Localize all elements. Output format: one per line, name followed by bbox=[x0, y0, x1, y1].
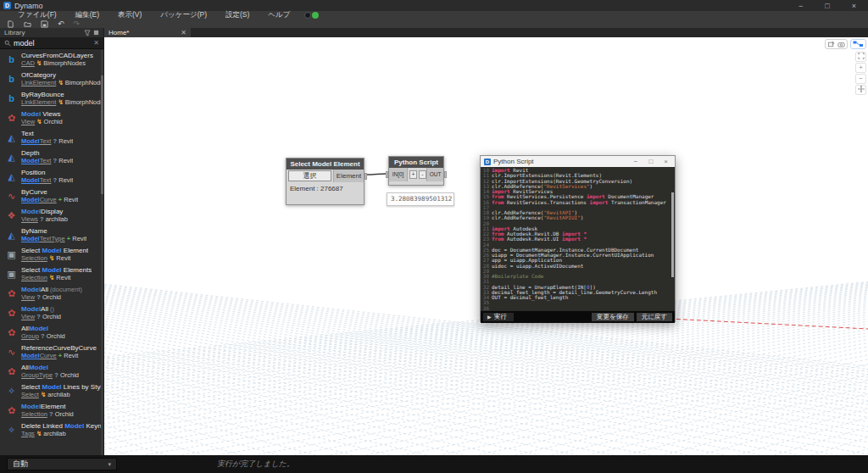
in0-input-port[interactable]: IN[0] bbox=[389, 168, 408, 181]
library-item[interactable]: bOfCategoryLinkElement ↯ BimorphNodes bbox=[0, 69, 103, 88]
library-item[interactable]: ✧Select Model Lines by StyleSelect ↯ arc… bbox=[0, 381, 103, 400]
editor-maximize-button[interactable]: □ bbox=[648, 158, 653, 165]
library-item[interactable]: ∿ReferenceCurveByCurveModelCurve + Revit bbox=[0, 342, 103, 361]
signin-status-icon[interactable] bbox=[312, 12, 319, 19]
element-port-nub[interactable] bbox=[364, 173, 367, 180]
camera-icon[interactable] bbox=[837, 40, 848, 48]
curve-icon: ∿ bbox=[5, 190, 18, 202]
bimorph-logo-icon: b bbox=[5, 53, 18, 65]
library-item[interactable]: ▣Select Model ElementSelection ↯ Revit bbox=[0, 244, 103, 264]
lightning-icon: ↯ bbox=[36, 118, 42, 125]
editor-scrollbar[interactable] bbox=[671, 192, 674, 277]
export-geometry-icon[interactable] bbox=[826, 40, 837, 48]
editor-titlebar[interactable]: D Python Script − □ × bbox=[481, 156, 675, 167]
output-preview-bubble[interactable]: 3.28083989501312 bbox=[387, 192, 454, 206]
library-title: Library bbox=[4, 29, 25, 36]
layout-icon[interactable] bbox=[93, 30, 99, 36]
tab-home[interactable]: Home* ✕ bbox=[104, 28, 191, 37]
library-scrollbar[interactable] bbox=[101, 50, 103, 455]
fit-view-button[interactable] bbox=[855, 52, 866, 62]
out-output-port[interactable]: OUT bbox=[426, 168, 443, 181]
revert-button[interactable]: 元に戻す bbox=[637, 313, 672, 321]
library-item[interactable]: ✿Model ViewsView ↯ Orchid bbox=[0, 108, 103, 127]
library-item[interactable]: ◭ByNameModelTextType + Revit bbox=[0, 225, 103, 244]
question-icon: ? bbox=[40, 215, 44, 223]
library-item-subtitle: Select ↯ archilab bbox=[21, 391, 103, 398]
library-item[interactable]: ✿AllModelGroupType ? Orchid bbox=[0, 361, 103, 381]
maximize-button[interactable]: □ bbox=[825, 2, 829, 10]
library-item-subtitle: ModelText ? Revit bbox=[21, 137, 73, 145]
zoom-in-button[interactable]: + bbox=[855, 63, 866, 73]
statusbar: 自動 ▾ 実行が完了しました。 bbox=[0, 455, 868, 473]
library-item[interactable]: bCurvesFromCADLayersCAD ↯ BimorphNodes bbox=[0, 49, 103, 69]
run-button[interactable]: ▶ 実行 bbox=[483, 313, 514, 321]
editor-close-button[interactable]: × bbox=[664, 158, 668, 165]
library-item[interactable]: ∿ByCurveModelCurve + Revit bbox=[0, 186, 103, 205]
python-script-node[interactable]: Python Script IN[0] + - OUT bbox=[388, 156, 444, 186]
library-item[interactable]: ✿ModelElementSelection ? Orchid bbox=[0, 400, 103, 420]
editor-minimize-button[interactable]: − bbox=[634, 158, 638, 165]
run-mode-dropdown[interactable]: 自動 ▾ bbox=[7, 458, 117, 470]
notifications-icon[interactable] bbox=[304, 12, 311, 19]
graph-nodes-icon bbox=[853, 41, 864, 47]
open-file-icon[interactable] bbox=[24, 20, 31, 28]
element-output-port[interactable]: Element bbox=[333, 170, 364, 182]
library-item[interactable]: ✿AllModelGroup ? Orchid bbox=[0, 322, 103, 342]
zoom-out-button[interactable]: − bbox=[855, 74, 866, 84]
in-port-nub[interactable] bbox=[386, 171, 388, 178]
library-item-title: AllModel bbox=[21, 364, 79, 371]
library-item-title: Text bbox=[21, 130, 73, 137]
node-title[interactable]: Python Script bbox=[389, 157, 443, 168]
remove-input-button[interactable]: - bbox=[419, 170, 426, 179]
select-model-element-node[interactable]: Select Model Element 選択 Element Element … bbox=[286, 158, 364, 205]
library-item[interactable]: ✧Delete Linked Model Keynote TagsTags ↯ … bbox=[0, 420, 103, 439]
library-item-subtitle: Views ? archilab bbox=[21, 215, 68, 223]
library-item-title: AllModel bbox=[21, 325, 65, 332]
graph-view-toggle[interactable] bbox=[850, 39, 866, 49]
library-item[interactable]: ◭PositionModelText ? Revit bbox=[0, 166, 103, 186]
plus-icon: + bbox=[58, 196, 62, 203]
search-clear-icon[interactable]: ✕ bbox=[93, 39, 99, 47]
editor-title: Python Script bbox=[493, 158, 534, 165]
search-input[interactable]: model ✕ bbox=[0, 37, 103, 49]
filter-icon[interactable] bbox=[84, 30, 91, 36]
minimize-button[interactable]: − bbox=[798, 2, 803, 10]
question-icon: ? bbox=[53, 157, 58, 164]
library-item-title: Depth bbox=[21, 149, 73, 157]
add-input-button[interactable]: + bbox=[409, 170, 417, 179]
code-editor-area[interactable]: 10import Revit11clr.ImportExtensions(Rev… bbox=[481, 167, 675, 311]
python-script-editor-window[interactable]: D Python Script − □ × 10import Revit11cl… bbox=[480, 155, 676, 322]
library-item-subtitle: Selection ↯ Revit bbox=[21, 254, 88, 262]
library-item[interactable]: bByRayBounceLinkElement ↯ BimorphNodes bbox=[0, 88, 103, 108]
code-line: 16from RevitServices.Transactions import… bbox=[481, 200, 675, 205]
select-button[interactable]: 選択 bbox=[288, 170, 331, 181]
orchid-flower-icon: ✿ bbox=[5, 112, 18, 124]
library-item-subtitle: Group ? Orchid bbox=[21, 332, 65, 340]
node-title[interactable]: Select Model Element bbox=[287, 159, 364, 170]
new-file-icon[interactable] bbox=[7, 20, 14, 28]
library-item[interactable]: ▣Select Model ElementsSelection ↯ Revit bbox=[0, 264, 103, 283]
archilab-star-icon: ✧ bbox=[5, 385, 18, 397]
close-button[interactable]: × bbox=[852, 2, 856, 10]
library-item[interactable]: ✿ModelAll ()View ? Orchid bbox=[0, 303, 103, 322]
model-text-icon: ◭ bbox=[5, 131, 18, 143]
orchid-flower-icon: ✿ bbox=[5, 287, 18, 299]
library-item-title: Select Model Elements bbox=[21, 266, 92, 274]
out-port-nub[interactable] bbox=[444, 171, 447, 178]
undo-icon[interactable]: ↶ bbox=[58, 20, 64, 28]
library-item-title: ReferenceCurveByCurve bbox=[21, 344, 97, 352]
dynamo-app-icon: D bbox=[3, 2, 11, 9]
graph-canvas[interactable]: Select Model Element 選択 Element Element … bbox=[104, 37, 868, 455]
pan-button[interactable] bbox=[855, 85, 866, 95]
library-item[interactable]: ◭DepthModelText ? Revit bbox=[0, 147, 103, 166]
library-item-subtitle: Selection ↯ Revit bbox=[21, 274, 92, 281]
library-item[interactable]: ❖ModelDisplayViews ? archilab bbox=[0, 205, 103, 225]
run-label: 実行 bbox=[494, 313, 507, 321]
library-item-title: ByName bbox=[21, 227, 86, 235]
save-changes-button[interactable]: 変更を保存 bbox=[592, 313, 634, 321]
library-item[interactable]: ◭TextModelText ? Revit bbox=[0, 127, 103, 147]
status-message: 実行が完了しました。 bbox=[217, 459, 294, 470]
save-icon[interactable] bbox=[41, 20, 48, 28]
library-item[interactable]: ✿ModelAll (document)View ? Orchid bbox=[0, 283, 103, 303]
tab-close-icon[interactable]: ✕ bbox=[181, 29, 186, 36]
